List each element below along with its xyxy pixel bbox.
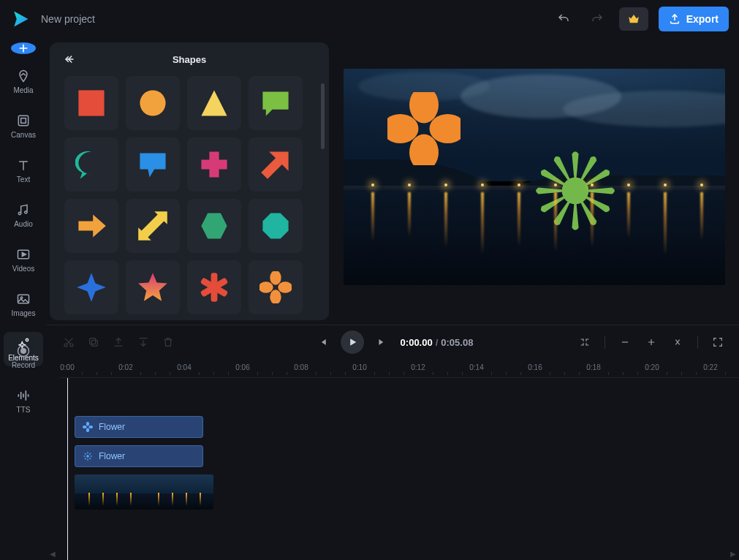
elements-panel: Shapes <box>50 42 329 320</box>
shape-star5[interactable] <box>126 260 180 314</box>
panel-scrollbar[interactable] <box>321 83 325 149</box>
cut-button[interactable] <box>58 332 79 352</box>
rail-label: Text <box>17 175 30 183</box>
rail-label: Audio <box>14 220 33 228</box>
time-display: 0:00.00/0:05.08 <box>401 337 474 348</box>
shape-hexagon[interactable] <box>187 199 241 253</box>
shape-circle[interactable] <box>126 76 180 130</box>
export-button[interactable]: Export <box>659 7 729 31</box>
left-rail-lower: Record TTS <box>0 325 47 560</box>
ruler-tick: 0:08 <box>294 363 308 371</box>
shape-triangle[interactable] <box>187 76 241 130</box>
next-frame-button[interactable] <box>373 333 392 352</box>
ruler-tick: 0:02 <box>118 363 132 371</box>
svg-point-35 <box>86 455 89 458</box>
play-button[interactable] <box>341 330 364 354</box>
svg-point-22 <box>387 114 419 143</box>
ruler-tick: 0:04 <box>177 363 191 371</box>
timeline: 0:00.00/0:05.08 0:000:020:040:060:080:10… <box>47 325 739 560</box>
zoom-out-button[interactable] <box>615 333 634 352</box>
prev-frame-button[interactable] <box>313 333 332 352</box>
export-icon <box>669 13 681 25</box>
svg-point-19 <box>278 281 292 292</box>
svg-point-16 <box>270 271 281 285</box>
overlay-flower-green[interactable] <box>535 151 615 234</box>
rail-item-audio[interactable]: Audio <box>4 198 43 232</box>
svg-point-34 <box>88 425 93 428</box>
horizontal-scroll[interactable]: ◀▶ <box>47 548 739 559</box>
timeline-tracks[interactable]: Flower Flower <box>60 378 739 560</box>
rail-item-images[interactable]: Images <box>4 287 43 322</box>
video-clip[interactable] <box>75 474 213 510</box>
rail-item-record[interactable]: Record <box>4 339 43 374</box>
svg-marker-11 <box>201 213 227 238</box>
fullscreen-button[interactable] <box>708 333 727 352</box>
app-logo[interactable] <box>10 9 31 29</box>
undo-button[interactable] <box>552 7 575 31</box>
rail-item-tts[interactable]: TTS <box>4 384 43 418</box>
ruler-tick: 0:06 <box>235 363 249 371</box>
rail-label: Videos <box>12 265 34 273</box>
top-bar: New project Export <box>0 0 739 38</box>
svg-point-26 <box>21 349 26 354</box>
shape-square[interactable] <box>64 76 118 130</box>
shape-plus[interactable] <box>187 137 241 192</box>
shape-flower4[interactable] <box>249 260 303 314</box>
preview-area: /* placeholder for generated lights belo… <box>329 38 739 325</box>
delete-button[interactable] <box>158 332 178 352</box>
snap-button[interactable] <box>575 333 594 352</box>
rail-item-canvas[interactable]: Canvas <box>4 109 43 143</box>
burst-icon <box>83 451 93 461</box>
shape-speech-round[interactable] <box>64 137 118 192</box>
rail-item-text[interactable]: Text <box>4 154 43 188</box>
track-label: Flower <box>99 451 125 461</box>
svg-point-33 <box>83 425 87 428</box>
svg-rect-0 <box>18 116 28 125</box>
svg-point-31 <box>86 422 89 426</box>
project-title[interactable]: New project <box>41 13 95 25</box>
svg-rect-1 <box>21 118 26 124</box>
svg-point-24 <box>561 178 588 205</box>
add-button[interactable] <box>11 42 36 54</box>
shape-arrow-diag[interactable] <box>126 199 180 253</box>
track-flower-2[interactable]: Flower <box>75 445 203 467</box>
rail-label: Media <box>13 86 33 94</box>
shape-octagon[interactable] <box>249 199 303 253</box>
export-label: Export <box>686 13 719 25</box>
zoom-in-button[interactable] <box>642 333 661 352</box>
rail-item-media[interactable]: Media <box>4 64 43 99</box>
playhead[interactable] <box>67 378 68 560</box>
back-button[interactable] <box>60 49 80 69</box>
fit-button[interactable] <box>668 333 687 352</box>
down-button[interactable] <box>133 332 154 352</box>
ruler-tick: 0:18 <box>586 363 600 371</box>
rail-label: Canvas <box>11 131 36 139</box>
svg-rect-8 <box>78 90 104 116</box>
ruler-tick: 0:22 <box>703 363 717 371</box>
shape-speech-box[interactable] <box>126 137 180 192</box>
timeline-toolbar: 0:00.00/0:05.08 <box>47 325 739 359</box>
shape-star4[interactable] <box>64 260 118 314</box>
shape-arrow-right[interactable] <box>64 199 118 253</box>
shape-arrow-ne[interactable] <box>249 137 303 192</box>
premium-button[interactable] <box>619 7 648 31</box>
panel-title: Shapes <box>173 54 206 65</box>
svg-point-21 <box>409 135 439 166</box>
track-label: Flower <box>99 422 125 432</box>
ruler-tick: 0:12 <box>411 363 425 371</box>
copy-button[interactable] <box>83 332 104 352</box>
ruler-tick: 0:00 <box>60 363 74 371</box>
rail-label: TTS <box>17 406 31 414</box>
rail-item-videos[interactable]: Videos <box>4 243 43 277</box>
shape-speech-rect[interactable] <box>249 76 303 130</box>
svg-point-9 <box>140 90 165 116</box>
up-button[interactable] <box>108 332 129 352</box>
video-preview[interactable]: /* placeholder for generated lights belo… <box>344 69 725 285</box>
ruler-tick: 0:20 <box>645 363 659 371</box>
track-flower-1[interactable]: Flower <box>75 416 203 438</box>
redo-button[interactable] <box>585 7 609 31</box>
timeline-ruler[interactable]: 0:000:020:040:060:080:100:120:140:160:18… <box>60 359 739 378</box>
shape-asterisk[interactable] <box>187 260 241 314</box>
panel-header: Shapes <box>50 42 329 76</box>
overlay-flower-orange[interactable] <box>387 92 461 168</box>
